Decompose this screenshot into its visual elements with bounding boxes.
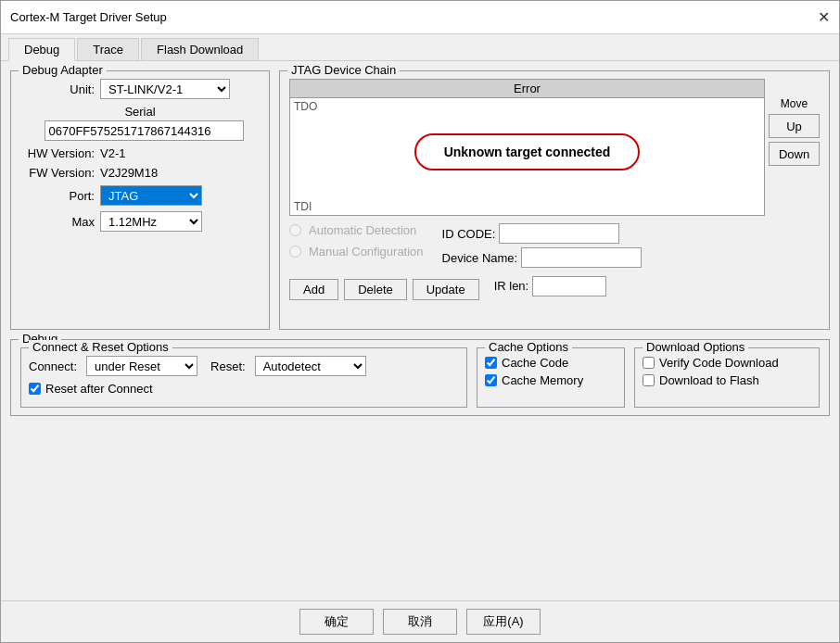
title-bar: Cortex-M Target Driver Setup ✕ bbox=[1, 1, 839, 34]
jtag-side-buttons: Move Up Down bbox=[769, 79, 820, 216]
port-row: Port: JTAG SW bbox=[20, 185, 260, 206]
cache-code-label: Cache Code bbox=[502, 356, 568, 370]
reset-after-row: Reset after Connect bbox=[29, 382, 459, 396]
cache-memory-checkbox[interactable] bbox=[485, 374, 497, 386]
update-button[interactable]: Update bbox=[413, 279, 479, 300]
reset-after-checkbox[interactable] bbox=[29, 383, 41, 395]
auto-detect-row: Automatic Detection bbox=[289, 223, 424, 237]
verify-code-row: Verify Code Download bbox=[643, 356, 811, 370]
down-button[interactable]: Down bbox=[769, 142, 820, 166]
delete-button[interactable]: Delete bbox=[344, 279, 407, 300]
serial-input[interactable] bbox=[45, 120, 244, 141]
verify-code-checkbox[interactable] bbox=[643, 357, 655, 369]
download-flash-label: Download to Flash bbox=[659, 373, 759, 387]
move-label: Move bbox=[769, 97, 820, 110]
cache-memory-row: Cache Memory bbox=[485, 373, 617, 387]
ir-len-label: IR len: bbox=[494, 279, 529, 293]
hw-version-value: V2-1 bbox=[100, 146, 125, 160]
auto-detect-radio[interactable] bbox=[289, 224, 301, 236]
max-label: Max bbox=[20, 215, 95, 229]
fw-version-label: FW Version: bbox=[20, 166, 95, 180]
download-flash-checkbox[interactable] bbox=[643, 374, 655, 386]
cache-options-label: Cache Options bbox=[485, 340, 572, 354]
manual-config-label: Manual Configuration bbox=[309, 245, 424, 258]
connect-reset-group: Connect & Reset Options Connect: under R… bbox=[20, 347, 467, 408]
add-button[interactable]: Add bbox=[289, 279, 338, 300]
unit-label: Unit: bbox=[20, 82, 95, 96]
id-code-input[interactable] bbox=[499, 223, 619, 244]
verify-code-label: Verify Code Download bbox=[659, 356, 779, 370]
debug-bottom-inner: Connect & Reset Options Connect: under R… bbox=[20, 347, 820, 408]
id-code-label: ID CODE: bbox=[442, 227, 496, 241]
reset-after-label: Reset after Connect bbox=[45, 382, 153, 396]
cancel-button[interactable]: 取消 bbox=[383, 609, 457, 635]
cache-code-row: Cache Code bbox=[485, 356, 617, 370]
tab-trace[interactable]: Trace bbox=[77, 38, 139, 60]
window-title: Cortex-M Target Driver Setup bbox=[10, 10, 167, 24]
download-options-label: Download Options bbox=[643, 340, 748, 354]
cache-options-group: Cache Options Cache Code Cache Memory bbox=[477, 347, 625, 408]
jtag-action-buttons: Add Delete Update bbox=[289, 279, 479, 300]
connect-select[interactable]: under Reset Normal bbox=[86, 356, 197, 376]
jtag-table: Error TDO Unknown target connected TDI bbox=[289, 79, 765, 216]
jtag-error-header: Error bbox=[290, 80, 764, 98]
device-name-input[interactable] bbox=[521, 247, 642, 268]
max-select[interactable]: 1.12MHz bbox=[100, 211, 202, 232]
top-row: Debug Adapter Unit: ST-LINK/V2-1 Serial … bbox=[10, 70, 830, 330]
reset-select[interactable]: Autodetect bbox=[255, 356, 366, 376]
manual-config-radio[interactable] bbox=[289, 246, 301, 258]
download-options-group: Download Options Verify Code Download Do… bbox=[634, 347, 820, 408]
jtag-chain-group: JTAG Device Chain Error TDO Unknown targ… bbox=[279, 70, 830, 330]
jtag-error-message: Unknown target connected bbox=[414, 133, 641, 170]
debug-adapter-label: Debug Adapter bbox=[19, 63, 107, 77]
confirm-button[interactable]: 确定 bbox=[299, 609, 374, 635]
device-name-label: Device Name: bbox=[442, 251, 518, 265]
jtag-chain-label: JTAG Device Chain bbox=[287, 63, 400, 77]
footer: 确定 取消 应用(A) bbox=[1, 600, 839, 642]
serial-label: Serial bbox=[124, 105, 155, 119]
tdo-label: TDO bbox=[290, 98, 764, 115]
hw-version-label: HW Version: bbox=[20, 146, 95, 160]
hw-version-row: HW Version: V2-1 bbox=[20, 146, 260, 160]
port-select[interactable]: JTAG SW bbox=[100, 185, 202, 206]
tab-debug[interactable]: Debug bbox=[8, 38, 75, 61]
tabs-bar: Debug Trace Flash Download bbox=[1, 34, 839, 61]
cache-memory-label: Cache Memory bbox=[502, 373, 583, 387]
connect-reset-label: Connect & Reset Options bbox=[29, 340, 172, 354]
jtag-config-area: Automatic Detection Manual Configuration… bbox=[289, 223, 820, 300]
reset-label: Reset: bbox=[210, 359, 246, 373]
fw-version-value: V2J29M18 bbox=[100, 166, 158, 180]
port-label: Port: bbox=[20, 189, 95, 203]
connect-label: Connect: bbox=[29, 359, 77, 373]
content-area: Debug Adapter Unit: ST-LINK/V2-1 Serial … bbox=[1, 61, 839, 600]
max-row: Max 1.12MHz bbox=[20, 211, 260, 232]
unit-row: Unit: ST-LINK/V2-1 bbox=[20, 79, 260, 99]
jtag-error-cell: Unknown target connected bbox=[290, 115, 764, 189]
auto-detect-label: Automatic Detection bbox=[309, 223, 416, 237]
manual-config-row: Manual Configuration bbox=[289, 245, 424, 258]
debug-bottom-group: Debug Connect & Reset Options Connect: u… bbox=[10, 339, 830, 416]
ir-len-input[interactable] bbox=[532, 276, 606, 296]
main-window: Cortex-M Target Driver Setup ✕ Debug Tra… bbox=[0, 0, 840, 643]
connect-row: Connect: under Reset Normal Reset: Autod… bbox=[29, 356, 459, 376]
fw-version-row: FW Version: V2J29M18 bbox=[20, 166, 260, 180]
jtag-table-area: Error TDO Unknown target connected TDI bbox=[289, 79, 820, 216]
download-flash-row: Download to Flash bbox=[643, 373, 811, 387]
unit-select[interactable]: ST-LINK/V2-1 bbox=[100, 79, 230, 99]
tdi-label: TDI bbox=[290, 198, 764, 215]
debug-adapter-group: Debug Adapter Unit: ST-LINK/V2-1 Serial … bbox=[10, 70, 270, 330]
tab-flash-download[interactable]: Flash Download bbox=[141, 38, 259, 60]
up-button[interactable]: Up bbox=[769, 114, 820, 138]
close-button[interactable]: ✕ bbox=[818, 10, 830, 25]
cache-code-checkbox[interactable] bbox=[485, 357, 497, 369]
apply-button[interactable]: 应用(A) bbox=[466, 609, 541, 635]
